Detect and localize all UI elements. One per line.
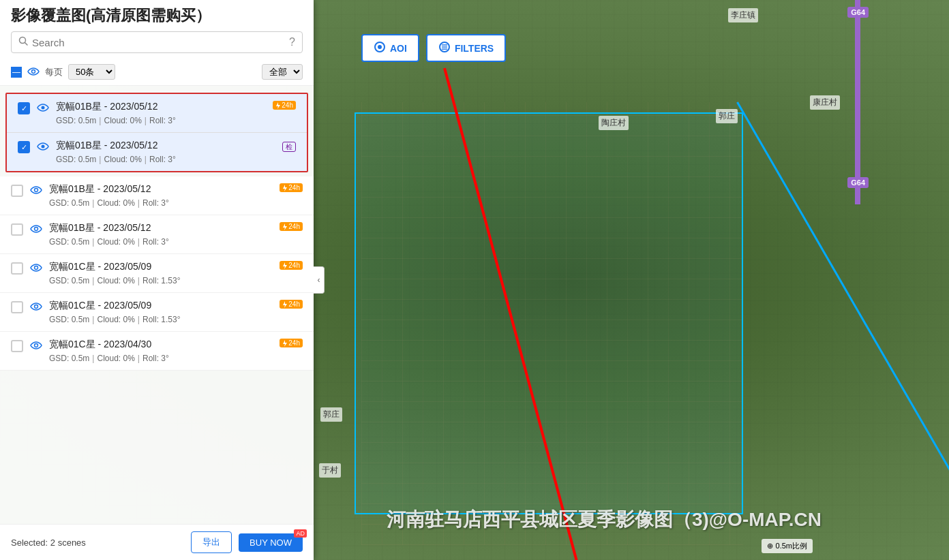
scene-meta-7: GSD: 0.5m | Cloud: 0% | Roll: 3°: [49, 354, 303, 363]
road-badge-g64-bottom: G64: [847, 177, 869, 188]
scene-badge-4: 24h: [280, 222, 303, 231]
map-label-gz1: 郭庄: [716, 109, 738, 123]
scene-gsd-2: GSD: 0.5m: [56, 155, 96, 164]
scene-item-2[interactable]: 宽幅01B星 - 2023/05/12 GSD: 0.5m | Cloud: 0…: [7, 132, 307, 171]
map-controls: AOI FILTERS: [361, 34, 506, 62]
scene-item-5[interactable]: 宽幅01C星 - 2023/05/09 GSD: 0.5m | Cloud: 0…: [0, 254, 314, 293]
badge-24h-4: 24h: [280, 222, 303, 231]
scene-badge-6: 24h: [280, 300, 303, 309]
scene-item-6[interactable]: 宽幅01C星 - 2023/05/09 GSD: 0.5m | Cloud: 0…: [0, 293, 314, 332]
scene-eye-6[interactable]: [30, 301, 42, 313]
minus-icon: —: [12, 67, 20, 77]
scene-item-4[interactable]: 宽幅01B星 - 2023/05/12 GSD: 0.5m | Cloud: 0…: [0, 215, 314, 254]
scene-cloud-4: Cloud: 0%: [97, 237, 134, 247]
scene-meta-5: GSD: 0.5m | Cloud: 0% | Roll: 1.53°: [49, 276, 303, 285]
scene-cloud-1: Cloud: 0%: [104, 116, 141, 125]
sidebar-header: 影像覆盖图(高清原图需购买） ?: [0, 0, 314, 59]
map-label-lzz: 李庄镇: [728, 8, 758, 22]
badge-24h-6: 24h: [280, 300, 303, 309]
filters-label: FILTERS: [455, 43, 494, 54]
scene-name-6: 宽幅01C星 - 2023/05/09: [49, 300, 303, 312]
map-label-kzy: 康庄村: [810, 95, 840, 110]
aoi-icon: [374, 41, 386, 55]
search-input[interactable]: [32, 37, 285, 48]
search-bar[interactable]: ?: [11, 31, 303, 53]
scene-name-2: 宽幅01B星 - 2023/05/12: [56, 140, 296, 152]
scene-eye-2[interactable]: [37, 141, 49, 153]
scene-roll-4: Roll: 3°: [142, 237, 169, 247]
scene-info-4: 宽幅01B星 - 2023/05/12 GSD: 0.5m | Cloud: 0…: [49, 222, 303, 247]
svg-point-9: [42, 106, 45, 110]
scene-cloud-6: Cloud: 0%: [97, 315, 134, 324]
toggle-visibility-button[interactable]: [27, 66, 40, 78]
sidebar: 影像覆盖图(高清原图需购买） ? — 每页 50条 20条: [0, 0, 314, 560]
scene-gsd-7: GSD: 0.5m: [49, 354, 89, 363]
badge-check-2: 检: [282, 142, 296, 152]
scene-meta-1: GSD: 0.5m | Cloud: 0% | Roll: 3°: [56, 116, 296, 125]
sidebar-title: 影像覆盖图(高清原图需购买）: [11, 5, 303, 26]
scene-item-7[interactable]: 宽幅01C星 - 2023/04/30 GSD: 0.5m | Cloud: 0…: [0, 332, 314, 371]
scene-item-1[interactable]: 宽幅01B星 - 2023/05/12 GSD: 0.5m | Cloud: 0…: [7, 94, 307, 132]
svg-point-12: [35, 228, 38, 231]
scene-gsd-4: GSD: 0.5m: [49, 237, 89, 247]
buy-label: BUY NOW: [250, 538, 292, 548]
scene-list: 宽幅01B星 - 2023/05/12 GSD: 0.5m | Cloud: 0…: [0, 86, 314, 524]
scene-name-7: 宽幅01C星 - 2023/04/30: [49, 339, 303, 351]
scene-eye-1[interactable]: [37, 102, 49, 114]
scene-eye-4[interactable]: [30, 223, 42, 235]
scene-name-3: 宽幅01B星 - 2023/05/12: [49, 183, 303, 196]
toolbar: — 每页 50条 20条 100条 全部: [0, 59, 314, 86]
scene-checkbox-1[interactable]: [18, 102, 30, 114]
filters-icon: [438, 41, 451, 55]
all-select[interactable]: 全部: [262, 64, 303, 80]
svg-point-1: [378, 45, 382, 49]
scene-checkbox-5[interactable]: [11, 262, 23, 275]
scale-bar: ⊕ 0.5m比例: [762, 539, 813, 553]
badge-24h-3: 24h: [280, 183, 303, 192]
scene-cloud-7: Cloud: 0%: [97, 354, 134, 363]
scene-meta-2: GSD: 0.5m | Cloud: 0% | Roll: 3°: [56, 155, 296, 164]
scene-badge-2: 检: [282, 140, 296, 152]
collapse-icon: ‹: [318, 275, 320, 285]
scene-info-5: 宽幅01C星 - 2023/05/09 GSD: 0.5m | Cloud: 0…: [49, 261, 303, 285]
export-button[interactable]: 导出: [191, 531, 232, 553]
scene-checkbox-6[interactable]: [11, 301, 23, 313]
badge-24h-5: 24h: [280, 261, 303, 270]
scene-badge-7: 24h: [280, 339, 303, 347]
selected-count: Selected: 2 scenes: [11, 538, 184, 548]
svg-point-11: [35, 189, 38, 192]
scene-meta-3: GSD: 0.5m | Cloud: 0% | Roll: 3°: [49, 198, 303, 208]
scene-cloud-2: Cloud: 0%: [104, 155, 141, 164]
scene-item-3[interactable]: 宽幅01B星 - 2023/05/12 GSD: 0.5m | Cloud: 0…: [0, 176, 314, 215]
scene-name-4: 宽幅01B星 - 2023/05/12: [49, 222, 303, 234]
scene-cloud-3: Cloud: 0%: [97, 198, 134, 208]
scene-badge-5: 24h: [280, 261, 303, 270]
scene-gsd-3: GSD: 0.5m: [49, 198, 89, 208]
scene-checkbox-3[interactable]: [11, 185, 23, 197]
map-label-tzy: 陶庄村: [599, 116, 629, 130]
scene-info-7: 宽幅01C星 - 2023/04/30 GSD: 0.5m | Cloud: 0…: [49, 339, 303, 363]
scene-eye-7[interactable]: [30, 340, 42, 352]
buy-button[interactable]: BUY NOW AD: [239, 533, 303, 552]
select-all-checkbox[interactable]: —: [11, 67, 22, 78]
filters-button[interactable]: FILTERS: [426, 34, 506, 62]
scene-eye-5[interactable]: [30, 262, 42, 274]
search-icon: [18, 36, 28, 48]
per-page-select[interactable]: 50条 20条 100条: [68, 64, 115, 80]
help-icon[interactable]: ?: [289, 36, 295, 48]
scene-checkbox-7[interactable]: [11, 340, 23, 352]
scene-gsd-5: GSD: 0.5m: [49, 276, 89, 285]
sep2: |: [145, 116, 147, 125]
aoi-button[interactable]: AOI: [361, 34, 419, 62]
sep4: |: [145, 155, 147, 164]
scene-checkbox-2[interactable]: [18, 141, 30, 153]
scene-roll-5: Roll: 1.53°: [142, 276, 181, 285]
sep3: |: [99, 155, 101, 164]
svg-line-7: [25, 43, 28, 46]
svg-point-8: [32, 69, 35, 73]
scene-roll-3: Roll: 3°: [142, 198, 169, 208]
collapse-sidebar-button[interactable]: ‹: [314, 266, 325, 294]
per-page-label: 每页: [45, 66, 63, 78]
scene-checkbox-4[interactable]: [11, 223, 23, 236]
scene-eye-3[interactable]: [30, 185, 42, 196]
